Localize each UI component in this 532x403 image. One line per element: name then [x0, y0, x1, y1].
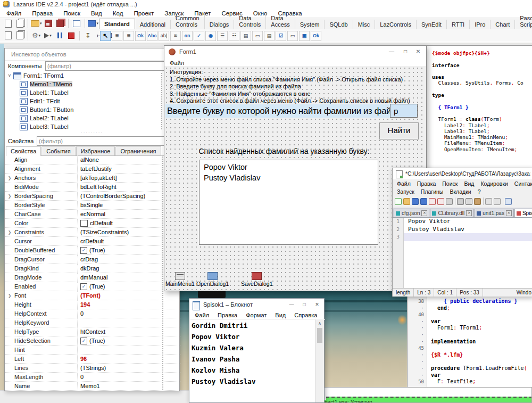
copy-icon[interactable]	[466, 198, 472, 205]
menubar-item[interactable]: Правка	[27, 10, 58, 17]
npp-tab-cfg.json[interactable]: cfg.json✕	[394, 209, 429, 217]
property-row[interactable]: DragKinddkDrag	[5, 264, 180, 273]
tree-item[interactable]: Label2: TLabel	[6, 114, 165, 122]
close-file-icon[interactable]	[429, 198, 436, 205]
property-value[interactable]: (TFont)	[78, 292, 101, 299]
menubar-item[interactable]: Код	[107, 10, 129, 17]
new-unit-icon[interactable]	[3, 18, 13, 29]
label-icon[interactable]: Abc	[147, 31, 157, 41]
new-unit-icon[interactable]	[3, 30, 13, 41]
property-value[interactable]: 0	[78, 374, 84, 380]
nonvisual-component[interactable]: MainMenu1	[165, 272, 195, 287]
property-row[interactable]: DoubleBuffered✓(True)	[5, 246, 180, 255]
palette-tab-data-access[interactable]: Data Access	[266, 13, 295, 29]
notepad-titlebar[interactable]: Spisok1 – Блокнот — □ ✕	[189, 299, 324, 310]
combo-box-icon[interactable]: ☷	[229, 31, 239, 41]
property-value[interactable]: bdLeftToRight	[78, 184, 117, 190]
inspector-tab[interactable]: Избранное	[76, 146, 115, 155]
pause-icon[interactable]	[54, 30, 65, 41]
checkbox-icon[interactable]: ✓	[80, 283, 87, 290]
form-menubar[interactable]: Файл	[164, 57, 426, 67]
menubar-item[interactable]: Файл	[1, 10, 27, 17]
cut-icon[interactable]	[457, 198, 464, 205]
notepadpp-editor[interactable]: 123 Popov ViktorPustoy Vladislav	[393, 218, 532, 288]
property-value[interactable]: dmManual	[78, 274, 107, 281]
panel-icon[interactable]: ▭	[287, 31, 298, 41]
expand-icon[interactable]: ❯	[5, 176, 14, 180]
print-icon[interactable]	[446, 198, 453, 205]
memo-icon[interactable]: ≋	[170, 31, 181, 41]
property-value[interactable]: dkDrag	[78, 265, 99, 272]
scroll-thumb[interactable]	[317, 328, 322, 343]
property-value[interactable]: 194	[78, 301, 90, 308]
result-memo[interactable]: Popov ViktorPustoy Vladislav	[199, 160, 378, 245]
property-row[interactable]: HideSelection✓(True)	[5, 336, 180, 346]
checkbox-icon[interactable]: ✓	[80, 247, 87, 254]
property-value[interactable]: bsSingle	[78, 202, 103, 208]
property-row[interactable]: CharCaseecNormal	[5, 210, 180, 219]
color-swatch[interactable]	[80, 220, 88, 227]
palette-tab-sqldb[interactable]: SQLdb	[325, 20, 353, 29]
radio-button-icon[interactable]: ◉	[205, 31, 216, 41]
tree-item[interactable]: Edit1: TEdit	[6, 97, 165, 105]
inspector-tab[interactable]: Свойства	[6, 146, 41, 156]
tree-item[interactable]: Label3: TLabel	[6, 122, 165, 131]
close-all-icon[interactable]	[437, 198, 444, 205]
property-row[interactable]: Lines(TStrings)	[5, 364, 180, 373]
property-row[interactable]: MaxLength0	[5, 373, 180, 382]
property-row[interactable]: ❯Anchors[akTop,akLeft]	[5, 174, 180, 183]
npp-menu-item[interactable]: Файл	[394, 180, 414, 187]
checkbox-icon[interactable]: ✓	[80, 338, 87, 344]
property-value[interactable]: ✓(True)	[78, 283, 105, 290]
tree-item[interactable]: ˅Form1: TForm1	[6, 71, 165, 80]
notepad-menu-item[interactable]: Файл	[190, 312, 213, 318]
npp-menu-item[interactable]: Вкладки	[446, 188, 474, 195]
property-row[interactable]: BidiModebdLeftToRight	[5, 183, 180, 192]
property-row[interactable]: HelpKeyword	[5, 318, 180, 327]
paste-icon[interactable]	[474, 198, 481, 205]
step-into-icon[interactable]: ↧	[82, 30, 93, 41]
popup-menu-icon[interactable]: ≣	[123, 31, 134, 41]
property-value[interactable]: htContext	[78, 328, 105, 335]
notepad-menu-item[interactable]: Вид	[271, 312, 290, 318]
property-row[interactable]: NameMemo1	[5, 382, 180, 391]
palette-tab-common-controls[interactable]: Common Controls	[171, 13, 205, 29]
letter-edit-field[interactable]	[390, 104, 418, 118]
property-value[interactable]: 0	[78, 310, 84, 317]
form-titlebar[interactable]: Form1 — □ ✕	[164, 46, 426, 57]
npp-tab-unit1.pas[interactable]: unit1.pas✕	[475, 209, 514, 217]
palette-tab-data-controls[interactable]: Data Controls	[234, 13, 266, 29]
group-box-icon[interactable]: ▭	[252, 31, 263, 41]
palette-tab-pascal-script[interactable]: Pascal Script	[515, 13, 532, 29]
property-value[interactable]: ✓(True)	[78, 338, 105, 344]
save-all-icon[interactable]	[55, 18, 65, 29]
property-row[interactable]: ❯BorderSpacing(TControlBorderSpacing)	[5, 192, 180, 201]
npp-menu-item[interactable]: Правка	[414, 180, 439, 187]
palette-tab-ipro[interactable]: IPro	[470, 20, 491, 29]
property-value[interactable]: ✓(True)	[78, 247, 105, 254]
tab-close-icon[interactable]: ✕	[421, 210, 427, 216]
npp-menu-item[interactable]: ?	[475, 188, 484, 195]
property-value[interactable]: crDefault	[78, 238, 104, 244]
form-designer-surface[interactable]: Инструкция:1. Откройте через меню файл с…	[164, 66, 425, 290]
palette-tab-synedit[interactable]: SynEdit	[417, 20, 447, 29]
notepad-scrollbar[interactable]: ∧	[315, 319, 324, 402]
save-all-icon[interactable]	[420, 198, 427, 205]
property-grid[interactable]: AlignalNoneAlignmenttaLeftJustify❯Anchor…	[5, 155, 180, 392]
property-row[interactable]: AlignalNone	[5, 155, 180, 165]
find-icon[interactable]	[505, 198, 512, 205]
redo-icon[interactable]	[494, 198, 501, 205]
npp-menu-item[interactable]: Синтаксисы	[511, 180, 532, 187]
components-filter-input[interactable]	[45, 61, 175, 71]
tree-scrollbar[interactable]	[161, 73, 162, 129]
palette-tab-misc[interactable]: Misc	[353, 20, 376, 29]
notepadpp-titlebar[interactable]: *C:\Users\user\Desktop\СтудРАБОТА\Лазару…	[393, 168, 532, 179]
property-value[interactable]: taLeftJustify	[78, 166, 112, 172]
property-value[interactable]: 96	[78, 356, 87, 362]
property-value[interactable]: (TSizeConstraints)	[78, 229, 129, 235]
check-group-icon[interactable]: ☑	[276, 31, 286, 41]
expand-icon[interactable]: ❯	[5, 293, 14, 298]
stop-icon[interactable]	[66, 30, 77, 41]
minimize-button[interactable]: —	[285, 299, 298, 310]
notepad-menu-item[interactable]: Формат	[242, 312, 271, 318]
